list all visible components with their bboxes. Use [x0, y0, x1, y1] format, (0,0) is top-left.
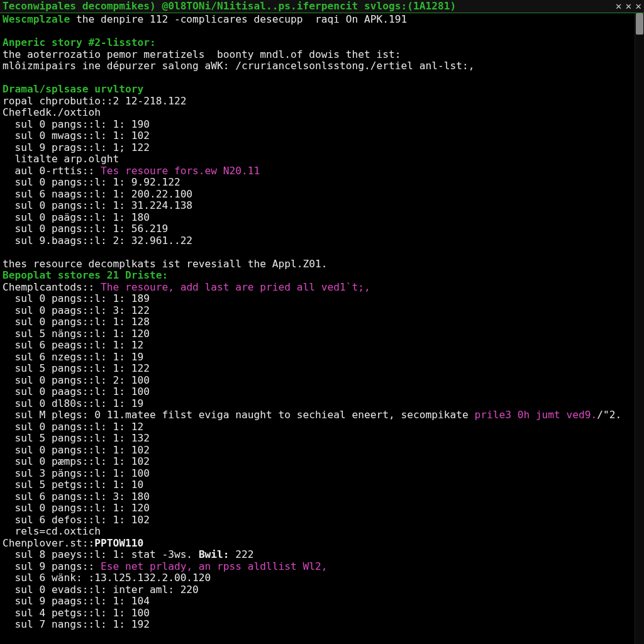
terminal-text: sul 0 mwags::l: 1: 102 [3, 130, 150, 142]
terminal-line: sul 9 prags::l: 1; 122 [3, 142, 632, 154]
terminal-line: sul 6 defos::l: 1: 102 [3, 514, 632, 526]
terminal-text: sul 3 pängs::l: 1: 100 [3, 467, 150, 479]
terminal-line: the aoterrozatio pemor meratizels boonty… [3, 49, 632, 61]
maximize-icon[interactable]: ✕ [626, 1, 632, 13]
terminal-line: sul 0 evads::l: inter aml: 220 [3, 584, 632, 596]
terminal-line: aul 0-rttis:: Tes resoure fors.ew N20.11 [3, 165, 632, 177]
terminal-text: sul 0 pangs::l: 1: 12 [3, 421, 143, 433]
terminal-line: Chenplover.st::PPTOW110 [3, 538, 632, 550]
terminal-text: sul 9 pangs:: [3, 560, 101, 572]
terminal-text: sul M plegs: 0 11.matee filst eviga naug… [3, 409, 474, 421]
terminal-line: sul 7 nangs::l: 1: 192 [3, 619, 632, 631]
minimize-icon[interactable]: ✕ [616, 1, 622, 13]
terminal-text: rels=cd.oxtich [3, 525, 101, 537]
terminal-text: sul 0 evads::l: inter aml: 220 [3, 584, 199, 596]
terminal-text: sul 0 pangs::l: 2: 100 [3, 374, 150, 386]
scrollbar-track[interactable] [635, 13, 644, 644]
terminal-text: sul 0 pangs::l: 1: 120 [3, 502, 150, 514]
terminal-line: sul M plegs: 0 11.matee filst eviga naug… [3, 409, 632, 421]
terminal-text: sul 0 pangs::l: 1: 31.224.138 [3, 199, 192, 211]
terminal-line: sul 4 petgs::l: 1: 100 [3, 608, 632, 619]
scrollbar-thumb[interactable] [636, 13, 643, 35]
terminal-line: sul 0 pangs::l: 1: 189 [3, 293, 632, 305]
terminal-text: Bepoplat sstores 21 Driste: [3, 269, 168, 281]
terminal-text: Chenplover.st:: [3, 537, 94, 549]
terminal-line: sul 0 pangs::l: 1: 190 [3, 119, 632, 131]
terminal-text: sul 8 paeys::l: 1: stat -3ws. [3, 548, 199, 560]
terminal-window: Teconwipales decompmikes) @0l8TONi/N1iti… [0, 0, 644, 644]
terminal-line: sul 0 paägs::l: 1: 180 [3, 212, 632, 224]
close-icon[interactable]: ✕ [635, 1, 641, 13]
terminal-text: prile3 0h jumt ved9. [474, 409, 597, 421]
terminal-line: Wescmplzale the denpire 112 -complicares… [3, 14, 632, 26]
terminal-text: Bwil: [199, 548, 230, 560]
terminal-text: sul 0 pangs::l: 1: 9.92.122 [3, 176, 180, 188]
terminal-text: aul 0-rttis:: [3, 165, 101, 177]
terminal-line: sul 3 pängs::l: 1: 100 [3, 468, 632, 480]
terminal-line: Anperic story #2-lisstor: [3, 37, 632, 49]
terminal-line: sul 0 pangs::l: 1: 56.219 [3, 223, 632, 235]
terminal-text: sul 6 wänk: :13.l25.132.2.00.120 [3, 572, 211, 584]
terminal-text: sul 0 paags::l: 3: 122 [3, 304, 150, 316]
terminal-line: rels=cd.oxtich [3, 526, 632, 538]
terminal-text: Chefledk./oxtioh [3, 106, 101, 118]
terminal-text: sul 0 pangs::l: 1: 128 [3, 316, 150, 328]
terminal-line: sul 9.baags::l: 2: 32.961..22 [3, 235, 632, 247]
terminal-line: sul 5 petgs::l: 1: 10 [3, 479, 632, 491]
terminal-line: sul 0 pangs::l: 1: 9.92.122 [3, 177, 632, 189]
terminal-text: sul 7 nangs::l: 1: 192 [3, 618, 150, 630]
terminal-line: thes resource decomplkats ist revesiall … [3, 258, 632, 270]
terminal-text: sul 9.baags::l: 2: 32.961..22 [3, 235, 192, 247]
terminal-line: sul 0 pangs::l: 1: 12 [3, 421, 632, 433]
terminal-line: sul 8 paeys::l: 1: stat -3ws. Bwil: 222 [3, 549, 632, 561]
terminal-text: sul 0 pangs::l: 1: 189 [3, 292, 150, 304]
terminal-text: PPTOW110 [94, 537, 143, 549]
terminal-text: sul 5 pangs::l: 1: 122 [3, 362, 150, 374]
terminal-text [3, 246, 9, 258]
window-title: Teconwipales decompmikes) @0l8TONi/N1iti… [3, 1, 456, 13]
terminal-text: Chemplcantods:: [3, 281, 101, 293]
terminal-line: sul 0 pangs::l: 1: 31.224.138 [3, 200, 632, 212]
window-controls: ✕ ✕ ✕ [616, 1, 644, 13]
terminal-line: ropal chprobutio::2 12-218.122 [3, 96, 632, 108]
terminal-text: the aoterrozatio pemor meratizels boonty… [3, 48, 401, 60]
terminal-line [3, 26, 632, 38]
terminal-text: sul 9 prags::l: 1; 122 [3, 142, 150, 153]
window-body: Wescmplzale the denpire 112 -complicares… [0, 13, 644, 644]
terminal-text: sul 9 paags::l: 1: 104 [3, 595, 150, 607]
terminal-output[interactable]: Wescmplzale the denpire 112 -complicares… [0, 13, 635, 644]
terminal-line: Bepoplat sstores 21 Driste: [3, 270, 632, 282]
terminal-text: sul 0 pangs::l: 1: 102 [3, 444, 150, 456]
terminal-text: sul 6 peags::l: 1: 12 [3, 339, 143, 351]
terminal-text: 222 [230, 548, 254, 560]
terminal-text: sul 0 dl80s::l: 1: 19 [3, 397, 143, 409]
terminal-line: Chefledk./oxtioh [3, 107, 632, 119]
terminal-line: sul 6 pangs::l: 3: 180 [3, 491, 632, 503]
terminal-line: sul 9 paags::l: 1: 104 [3, 596, 632, 608]
terminal-text: sul 6 defos::l: 1: 102 [3, 514, 150, 526]
terminal-text: the denpire 112 -complicares desecupp ra… [70, 13, 407, 25]
terminal-line: sul 0 pangs::l: 1: 128 [3, 316, 632, 328]
terminal-line: sul 5 nängs::l: 1: 120 [3, 328, 632, 340]
terminal-line: sul 0 dl80s::l: 1: 19 [3, 398, 632, 410]
terminal-text: ropal chprobutio::2 12-218.122 [3, 95, 186, 107]
terminal-text: /"2. [597, 409, 621, 421]
terminal-text: sul 6 nzegs::l: 1: 19 [3, 351, 143, 363]
terminal-line [3, 247, 632, 258]
terminal-line: Dramal/splsase urvltory [3, 84, 632, 96]
window-titlebar: Teconwipales decompmikes) @0l8TONi/N1iti… [0, 0, 644, 13]
terminal-line: sul 5 pangs::l: 1: 132 [3, 433, 632, 445]
terminal-text: sul 4 petgs::l: 1: 100 [3, 607, 150, 619]
terminal-text: sul 0 pangs::l: 1: 56.219 [3, 223, 168, 235]
terminal-text: sul 0 paägs::l: 1: 180 [3, 211, 150, 223]
terminal-text: The resoure, add last are pried all ved1… [101, 281, 370, 293]
terminal-line [3, 72, 632, 84]
terminal-text: Dramal/splsase urvltory [3, 83, 143, 95]
terminal-text [3, 25, 9, 37]
terminal-text: sul 5 pangs::l: 1: 132 [3, 432, 150, 444]
terminal-line: sul 6 naags::l: 1: 200.22.100 [3, 189, 632, 201]
terminal-text: thes resource decomplkats ist revesiall … [3, 258, 328, 270]
terminal-text: mlôizmipairs ine dépurzer salong aWK: /c… [3, 60, 474, 72]
terminal-line: sul 0 pangs::l: 1: 102 [3, 445, 632, 457]
terminal-text: sul 6 naags::l: 1: 200.22.100 [3, 188, 192, 200]
